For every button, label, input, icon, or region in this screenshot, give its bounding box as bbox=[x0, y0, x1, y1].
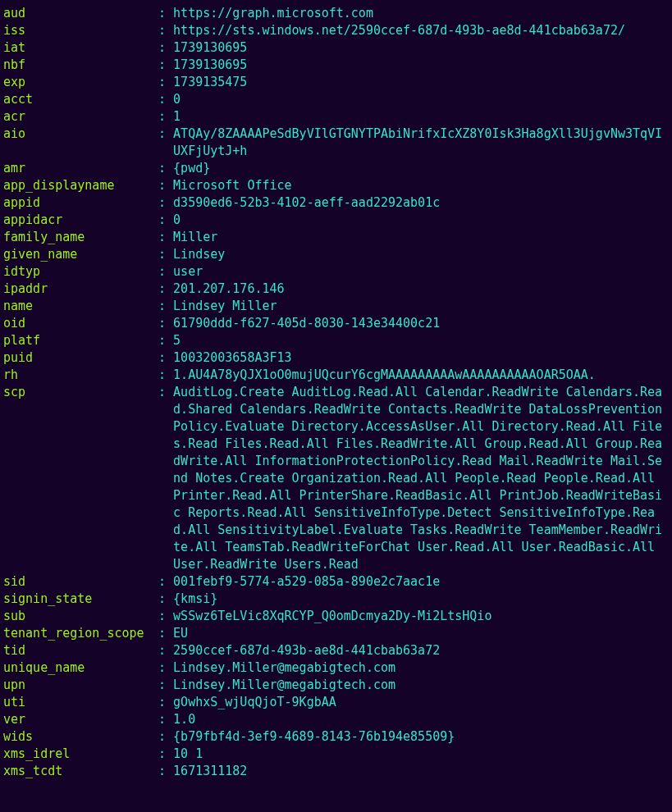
claim-separator: : bbox=[151, 74, 173, 91]
claim-row: sid : 001febf9-5774-a529-085a-890e2c7aac… bbox=[3, 573, 669, 591]
claim-value: 001febf9-5774-a529-085a-890e2c7aac1e bbox=[173, 573, 669, 591]
claim-row: exp : 1739135475 bbox=[3, 74, 669, 91]
claim-row: puid : 10032003658A3F13 bbox=[3, 349, 669, 367]
claim-row: iss : https://sts.windows.net/2590ccef-6… bbox=[3, 22, 669, 39]
claim-row: xms_idrel : 10 1 bbox=[3, 746, 669, 763]
claim-value: wSSwz6TeLVic8XqRCYP_Q0omDcmya2Dy-Mi2LtsH… bbox=[173, 608, 669, 625]
claim-value: 2590ccef-687d-493b-ae8d-441cbab63a72 bbox=[173, 642, 669, 659]
claim-key: tid bbox=[3, 642, 151, 659]
claim-separator: : bbox=[151, 315, 173, 332]
claim-key: signin_state bbox=[3, 591, 151, 608]
claim-separator: : bbox=[151, 659, 173, 677]
claim-value: Lindsey Miller bbox=[173, 298, 669, 315]
claim-separator: : bbox=[151, 160, 173, 177]
claim-value: Lindsey.Miller@megabigtech.com bbox=[173, 677, 669, 694]
claim-value: 0 bbox=[173, 91, 669, 108]
claim-separator: : bbox=[151, 694, 173, 711]
claim-row: idtyp : user bbox=[3, 263, 669, 281]
claim-row: xms_tcdt : 1671311182 bbox=[3, 763, 669, 780]
claim-value: 10 1 bbox=[173, 746, 669, 763]
claim-value: Miller bbox=[173, 229, 669, 246]
claim-value: Microsoft Office bbox=[173, 177, 669, 194]
claim-key: sid bbox=[3, 573, 151, 591]
claim-key: aio bbox=[3, 125, 151, 143]
claim-value: AuditLog.Create AuditLog.Read.All Calend… bbox=[173, 384, 669, 573]
claim-value: 5 bbox=[173, 332, 669, 349]
claim-key: family_name bbox=[3, 229, 151, 246]
claim-separator: : bbox=[151, 263, 173, 281]
claim-row: acr : 1 bbox=[3, 108, 669, 125]
claim-row: appidacr : 0 bbox=[3, 212, 669, 229]
claim-separator: : bbox=[151, 298, 173, 315]
claim-key: puid bbox=[3, 349, 151, 367]
claim-row: name : Lindsey Miller bbox=[3, 298, 669, 315]
claim-separator: : bbox=[151, 642, 173, 659]
claim-value: 1671311182 bbox=[173, 763, 669, 780]
claim-separator: : bbox=[151, 281, 173, 298]
claim-value: 61790ddd-f627-405d-8030-143e34400c21 bbox=[173, 315, 669, 332]
claim-value: 201.207.176.146 bbox=[173, 281, 669, 298]
claim-separator: : bbox=[151, 625, 173, 642]
claim-value: 10032003658A3F13 bbox=[173, 349, 669, 367]
claim-row: nbf : 1739130695 bbox=[3, 57, 669, 74]
claim-key: app_displayname bbox=[3, 177, 151, 194]
claim-row: signin_state : {kmsi} bbox=[3, 591, 669, 608]
claim-key: idtyp bbox=[3, 263, 151, 281]
claim-row: rh : 1.AU4A78yQJX1oO0mujUQcurY6cgMAAAAAA… bbox=[3, 367, 669, 384]
claim-key: nbf bbox=[3, 57, 151, 74]
claim-row: appid : d3590ed6-52b3-4102-aeff-aad2292a… bbox=[3, 194, 669, 212]
claim-row: family_name : Miller bbox=[3, 229, 669, 246]
claim-value: 1 bbox=[173, 108, 669, 125]
claim-key: wids bbox=[3, 728, 151, 746]
claim-separator: : bbox=[151, 608, 173, 625]
claim-row: tenant_region_scope : EU bbox=[3, 625, 669, 642]
claim-separator: : bbox=[151, 177, 173, 194]
claim-key: platf bbox=[3, 332, 151, 349]
claim-key: exp bbox=[3, 74, 151, 91]
claim-row: aud : https://graph.microsoft.com bbox=[3, 5, 669, 22]
claim-key: acr bbox=[3, 108, 151, 125]
claim-separator: : bbox=[151, 349, 173, 367]
claim-row: amr : {pwd} bbox=[3, 160, 669, 177]
claim-separator: : bbox=[151, 591, 173, 608]
claim-key: uti bbox=[3, 694, 151, 711]
claim-separator: : bbox=[151, 5, 173, 22]
claim-key: sub bbox=[3, 608, 151, 625]
claim-separator: : bbox=[151, 728, 173, 746]
claim-value: ATQAy/8ZAAAAPeSdByVIlGTGNYTPAbiNrifxIcXZ… bbox=[173, 125, 669, 160]
claim-row: acct : 0 bbox=[3, 91, 669, 108]
claim-value: 1739130695 bbox=[173, 57, 669, 74]
claim-separator: : bbox=[151, 212, 173, 229]
claim-row: app_displayname : Microsoft Office bbox=[3, 177, 669, 194]
claim-separator: : bbox=[151, 711, 173, 728]
claim-row: oid : 61790ddd-f627-405d-8030-143e34400c… bbox=[3, 315, 669, 332]
claim-separator: : bbox=[151, 39, 173, 57]
claim-key: scp bbox=[3, 384, 151, 401]
claim-row: upn : Lindsey.Miller@megabigtech.com bbox=[3, 677, 669, 694]
claim-row: aio : ATQAy/8ZAAAAPeSdByVIlGTGNYTPAbiNri… bbox=[3, 125, 669, 160]
claim-key: rh bbox=[3, 367, 151, 384]
claim-key: unique_name bbox=[3, 659, 151, 677]
claim-key: oid bbox=[3, 315, 151, 332]
claim-key: given_name bbox=[3, 246, 151, 263]
claim-separator: : bbox=[151, 22, 173, 39]
claim-separator: : bbox=[151, 677, 173, 694]
claim-row: platf : 5 bbox=[3, 332, 669, 349]
claim-separator: : bbox=[151, 108, 173, 125]
claim-value: {kmsi} bbox=[173, 591, 669, 608]
claim-key: appid bbox=[3, 194, 151, 212]
claim-row: ipaddr : 201.207.176.146 bbox=[3, 281, 669, 298]
claim-separator: : bbox=[151, 332, 173, 349]
claim-separator: : bbox=[151, 246, 173, 263]
claim-separator: : bbox=[151, 573, 173, 591]
claim-value: 1739130695 bbox=[173, 39, 669, 57]
claim-separator: : bbox=[151, 367, 173, 384]
claim-separator: : bbox=[151, 194, 173, 212]
claim-value: {b79fbf4d-3ef9-4689-8143-76b194e85509} bbox=[173, 728, 669, 746]
token-claims-output: aud : https://graph.microsoft.comiss : h… bbox=[0, 0, 672, 785]
claim-separator: : bbox=[151, 384, 173, 401]
claim-separator: : bbox=[151, 57, 173, 74]
claim-row: iat : 1739130695 bbox=[3, 39, 669, 57]
claim-row: uti : gOwhxS_wjUqQjoT-9KgbAA bbox=[3, 694, 669, 711]
claim-value: {pwd} bbox=[173, 160, 669, 177]
